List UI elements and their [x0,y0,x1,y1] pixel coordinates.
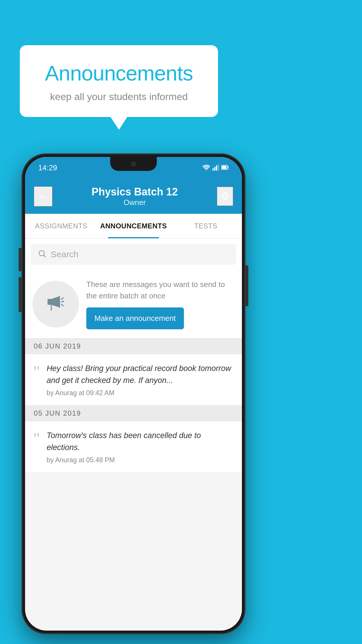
phone-outer: 14:29 [23,155,244,633]
speech-bubble-container: Announcements keep all your students inf… [20,45,218,117]
phone-screen: 14:29 [25,157,242,631]
svg-rect-5 [228,167,229,168]
volume-button [19,277,22,312]
settings-button[interactable]: ⚙ [217,187,233,206]
tab-announcements[interactable]: ANNOUNCEMENTS [97,214,170,238]
quote-icon-1: " [32,364,41,379]
quote-icon-2: " [32,431,41,446]
announcement-item-1[interactable]: " Hey class! Bring your practical record… [25,354,242,405]
svg-rect-3 [218,164,219,171]
status-time: 14:29 [38,163,57,172]
status-bar: 14:29 [25,157,242,179]
search-bar[interactable]: Search [31,244,236,265]
app-bar-subtitle: Owner [52,198,217,207]
announcement-meta-2: by Anurag at 05:48 PM [47,456,235,464]
signal-icon [212,164,219,172]
back-button[interactable]: ← [34,186,52,206]
speech-bubble-title: Announcements [34,61,203,85]
camera-dot [131,161,136,167]
wifi-icon [203,164,210,172]
content-area: Search [25,239,242,631]
announcement-meta-1: by Anurag at 09:42 AM [47,389,235,397]
promo-content: These are messages you want to send to t… [86,279,235,329]
status-icons [203,164,229,172]
svg-rect-2 [216,165,217,171]
phone-device: 14:29 [23,155,244,633]
app-bar-title-section: Physics Batch 12 Owner [52,186,217,207]
svg-line-10 [61,301,64,302]
announcement-content-1: Hey class! Bring your practical record b… [47,363,235,397]
date-separator-1: 06 JUN 2019 [25,338,242,354]
megaphone-icon [44,290,67,318]
date-label-2: 05 JUN 2019 [34,409,81,417]
date-separator-2: 05 JUN 2019 [25,405,242,421]
speech-bubble-subtitle: keep all your students informed [34,91,203,102]
announcement-item-2[interactable]: " Tomorrow's class has been cancelled du… [25,421,242,472]
svg-rect-0 [212,168,214,171]
tab-tests[interactable]: TESTS [170,214,242,238]
search-placeholder: Search [51,249,78,259]
svg-line-12 [61,304,63,306]
app-bar: ← Physics Batch 12 Owner ⚙ [25,179,242,214]
tab-bar: ASSIGNMENTS ANNOUNCEMENTS TESTS [25,214,242,239]
svg-rect-6 [222,166,226,169]
app-bar-title: Physics Batch 12 [52,186,217,198]
promo-description: These are messages you want to send to t… [86,279,235,302]
tab-assignments[interactable]: ASSIGNMENTS [25,214,97,238]
battery-icon [221,165,229,171]
announcement-text-1: Hey class! Bring your practical record b… [47,363,235,386]
svg-point-7 [39,251,44,256]
announcement-text-2: Tomorrow's class has been cancelled due … [47,430,235,453]
svg-rect-1 [214,167,215,171]
announcement-content-2: Tomorrow's class has been cancelled due … [47,430,235,464]
notch [110,157,157,171]
svg-line-11 [61,298,63,300]
promo-card: These are messages you want to send to t… [25,270,242,338]
search-icon [38,250,46,259]
svg-rect-9 [48,299,52,305]
make-announcement-button[interactable]: Make an announcement [86,307,184,329]
svg-line-8 [44,255,46,257]
date-label-1: 06 JUN 2019 [34,342,81,350]
power-button [245,265,248,306]
speech-bubble: Announcements keep all your students inf… [20,45,218,117]
search-container: Search [25,239,242,270]
promo-icon-circle [32,281,79,328]
